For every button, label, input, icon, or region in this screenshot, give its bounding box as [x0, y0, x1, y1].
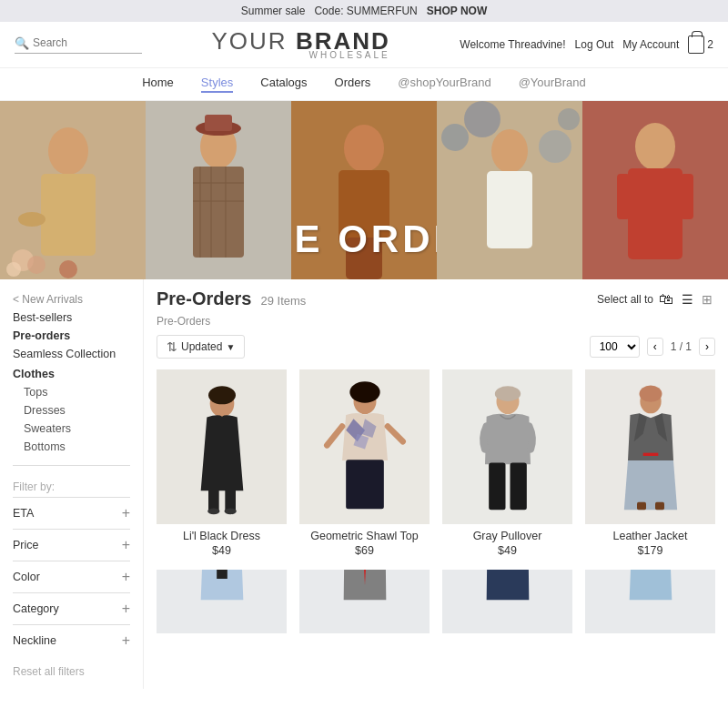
product-card-5[interactable] [157, 570, 287, 639]
toolbar-right: 100 50 ‹ 1 / 1 › [590, 336, 715, 358]
sidebar-item-tops[interactable]: Tops [13, 383, 130, 401]
filter-by-label: Filter by: [13, 475, 130, 497]
svg-point-4 [59, 260, 77, 278]
svg-rect-44 [346, 460, 384, 509]
filter-section: Filter by: ETA + Price + Color + Categor… [13, 475, 130, 656]
search-bar[interactable]: 🔍 [15, 36, 142, 54]
product-card-7[interactable] [442, 570, 572, 639]
product-image-4 [585, 369, 715, 524]
list-view-btn[interactable]: ☰ [679, 291, 695, 308]
sidebar-item-bestsellers[interactable]: Best-sellers [13, 308, 130, 327]
product-image-3 [442, 369, 572, 524]
svg-point-27 [491, 129, 528, 173]
shop-now-link[interactable]: SHOP NOW [427, 5, 487, 17]
product-image-5 [157, 570, 287, 633]
select-all-label: Select all to [597, 293, 653, 306]
next-page-btn[interactable]: › [699, 338, 715, 356]
svg-point-23 [441, 124, 469, 151]
svg-point-35 [208, 386, 236, 404]
sidebar-category-clothes: Clothes [13, 365, 130, 383]
cart-bag-icon [688, 35, 704, 54]
per-page-select[interactable]: 100 50 [590, 336, 640, 358]
filter-price[interactable]: Price + [13, 529, 130, 561]
content-header: Pre-Orders 29 Items Select all to 🛍 ☰ ⊞ [157, 288, 715, 309]
product-price-4: $179 [585, 544, 715, 557]
svg-point-30 [635, 123, 675, 170]
sidebar-item-sweaters[interactable]: Sweaters [13, 420, 130, 438]
search-icon: 🔍 [15, 36, 29, 50]
nav-home[interactable]: Home [142, 76, 174, 93]
svg-rect-50 [510, 463, 526, 511]
svg-rect-57 [655, 502, 664, 510]
product-image-8 [585, 570, 715, 633]
cart-add-icon[interactable]: 🛍 [659, 291, 673, 308]
cart-icon[interactable]: 2 [688, 35, 713, 54]
product-image-6 [299, 570, 430, 633]
product-card-4[interactable]: Leather Jacket $179 [585, 369, 715, 557]
product-image-2 [299, 369, 430, 524]
filter-category-icon: + [122, 601, 130, 617]
svg-rect-60 [217, 570, 228, 579]
svg-rect-56 [637, 502, 646, 510]
search-input[interactable] [33, 36, 133, 49]
product-name-1: Li'l Black Dress [157, 530, 287, 542]
header-right: Welcome Threadvine! Log Out My Account 2 [460, 35, 713, 54]
hero-panel-2 [146, 101, 291, 279]
sidebar-item-preorders[interactable]: Pre-orders [13, 327, 130, 345]
svg-rect-32 [617, 174, 630, 219]
hero-panel-1 [0, 101, 146, 279]
filter-neckline-label: Neckline [13, 634, 56, 647]
hero-banner: PRE ORDER [0, 101, 728, 279]
product-name-4: Leather Jacket [585, 530, 715, 542]
product-card-2[interactable]: Geometric Shawl Top $69 [299, 369, 430, 557]
top-banner: Summer sale Code: SUMMERFUN SHOP NOW [0, 0, 728, 22]
product-name-3: Gray Pullover [442, 530, 572, 542]
view-icons: ☰ ⊞ [679, 291, 715, 308]
product-card-3[interactable]: Gray Pullover $49 [442, 369, 572, 557]
sidebar-back[interactable]: < New Arrivals [13, 290, 130, 308]
breadcrumb: Pre-Orders [157, 315, 715, 328]
product-image-7 [442, 570, 572, 633]
nav-social-shop[interactable]: @shopYourBrand [398, 76, 490, 93]
product-card-1[interactable]: Li'l Black Dress $49 [157, 369, 287, 557]
grid-view-btn[interactable]: ⊞ [699, 291, 715, 308]
reset-filters-link[interactable]: Reset all filters [13, 665, 130, 678]
svg-rect-31 [628, 168, 682, 259]
filter-category-label: Category [13, 602, 59, 615]
svg-point-45 [349, 381, 379, 402]
main-layout: < New Arrivals Best-sellers Pre-orders S… [0, 279, 728, 689]
product-grid: Li'l Black Dress $49 [157, 369, 715, 639]
nav-social-brand[interactable]: @YourBrand [519, 76, 586, 93]
banner-sale-text: Summer sale [241, 5, 306, 17]
hero-text: PRE ORDER [291, 217, 437, 261]
prev-page-btn[interactable]: ‹ [647, 338, 663, 356]
logout-link[interactable]: Log Out [575, 38, 614, 51]
filter-eta-label: ETA [13, 507, 34, 520]
nav-styles[interactable]: Styles [201, 76, 233, 93]
filter-neckline[interactable]: Neckline + [13, 624, 130, 656]
pagination-text: 1 / 1 [671, 340, 692, 353]
svg-rect-49 [489, 463, 505, 511]
nav-catalogs[interactable]: Catalogs [260, 76, 307, 93]
filter-category[interactable]: Category + [13, 592, 130, 624]
filter-color[interactable]: Color + [13, 561, 130, 592]
svg-point-19 [344, 125, 384, 172]
content-area: Pre-Orders 29 Items Select all to 🛍 ☰ ⊞ … [144, 279, 728, 689]
svg-point-25 [539, 130, 571, 163]
product-price-2: $69 [299, 544, 430, 557]
svg-rect-28 [487, 171, 532, 248]
sort-button[interactable]: ⇅ Updated ▼ [157, 335, 245, 359]
product-card-8[interactable] [585, 570, 715, 639]
svg-rect-2 [41, 174, 96, 256]
svg-point-24 [464, 101, 500, 137]
filter-eta[interactable]: ETA + [13, 497, 130, 529]
svg-rect-55 [642, 453, 658, 456]
sidebar-item-seamless[interactable]: Seamless Collection [13, 345, 130, 363]
product-name-2: Geometric Shawl Top [299, 530, 430, 542]
hero-panel-3: PRE ORDER [291, 101, 437, 279]
nav-orders[interactable]: Orders [335, 76, 371, 93]
sidebar-item-bottoms[interactable]: Bottoms [13, 438, 130, 456]
my-account-link[interactable]: My Account [622, 38, 679, 51]
sidebar-item-dresses[interactable]: Dresses [13, 401, 130, 420]
product-card-6[interactable] [299, 570, 430, 639]
